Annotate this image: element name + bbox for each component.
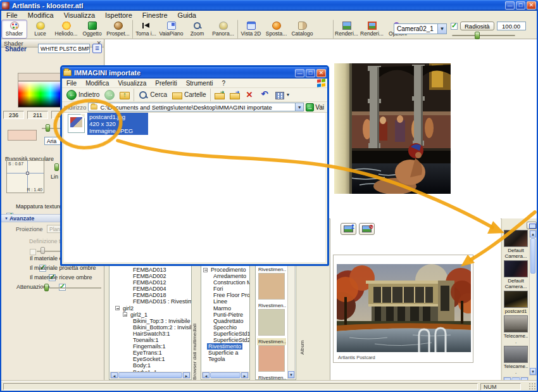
toolbar-button[interactable]: Torna i... — [132, 20, 158, 39]
tree-item[interactable]: Fori — [202, 286, 249, 292]
tree-item[interactable]: Quadrettato — [202, 318, 249, 324]
toolbar-button[interactable]: Panora... — [210, 20, 236, 39]
expand-icon[interactable] — [203, 268, 208, 272]
close-button[interactable] — [316, 69, 326, 77]
tree-item[interactable]: Toenails:1 — [110, 337, 191, 343]
explorer-toolbar-button[interactable]: ▼ — [273, 89, 293, 101]
rgb-green-field[interactable]: 211 — [27, 111, 48, 119]
toolbar-button[interactable]: Vista 2D — [237, 20, 263, 39]
explorer-toolbar-button[interactable]: ▼ — [210, 89, 227, 101]
tree-item[interactable]: Procedimento — [202, 267, 249, 273]
camera-thumbnail[interactable] — [504, 346, 528, 363]
texture-item[interactable]: Rivestimen... — [257, 266, 287, 300]
close-button[interactable] — [527, 1, 536, 9]
tree-item[interactable]: Punti-Pietre — [202, 312, 249, 318]
explorer-toolbar-button[interactable]: ▼ — [242, 89, 258, 101]
menu-item[interactable]: File — [1, 11, 23, 19]
shader-slider-thumb[interactable] — [46, 124, 50, 132]
menu-item[interactable]: Visualizza — [59, 11, 100, 19]
radiosity-button[interactable]: Radiosità — [460, 22, 494, 30]
toolbar-button[interactable]: Renderi... — [359, 20, 385, 39]
camera-item[interactable]: Default Camera... — [503, 230, 529, 259]
toolbar-button[interactable]: Zoom — [184, 20, 210, 39]
explorer-toolbar-button[interactable]: Cerca ▼ — [134, 89, 170, 101]
toolbar-button[interactable]: Luce — [27, 20, 53, 39]
tree-item[interactable]: Bikini_Bottom:2 : Invisibile — [110, 324, 191, 331]
tree-item[interactable]: Rivestimento — [202, 343, 249, 350]
toolbar-button[interactable]: Shader — [1, 20, 27, 39]
postcard-preview-card[interactable]: Artlantis Postcard — [333, 255, 473, 363]
texture-swatch[interactable] — [258, 309, 285, 336]
scroll-up-icon[interactable]: ▴ — [530, 231, 536, 237]
slider-thumb[interactable] — [475, 32, 480, 39]
tree-item[interactable]: girl2 — [110, 305, 191, 312]
tree-item[interactable]: Construction Materi — [202, 279, 249, 286]
menu-item[interactable]: ? — [217, 80, 230, 87]
tree-item[interactable]: Marmo — [202, 305, 249, 312]
tree-item[interactable]: Body:1 — [110, 362, 191, 369]
menu-item[interactable]: Guida — [173, 11, 201, 19]
chevron-down-icon[interactable]: ▼ — [437, 24, 446, 34]
app-titlebar[interactable]: Artlantis - klooster.atl — [0, 0, 538, 11]
toolbar-button[interactable]: Prospet... — [105, 20, 131, 39]
vertical-scrollbar[interactable]: ▴▾ — [529, 230, 537, 376]
menu-item[interactable]: Modifica — [23, 11, 59, 19]
lin-slider-thumb[interactable] — [54, 163, 59, 171]
tree-item[interactable]: FEMBAD004 — [110, 286, 191, 292]
scroll-right-icon[interactable]: ▸ — [241, 372, 248, 378]
horizontal-scrollbar[interactable]: ◂▸ — [110, 372, 191, 379]
camera-select[interactable]: Camera02_1 ▼ — [394, 23, 447, 34]
remove-image-button[interactable]: ⊘ — [359, 223, 375, 235]
graph-handle[interactable] — [26, 172, 29, 175]
explorer-titlebar[interactable]: IMMAGINI importate — [62, 67, 327, 79]
chevron-down-icon[interactable]: ▼ — [295, 103, 303, 111]
tree-item[interactable]: FEMBAD018 — [110, 292, 191, 298]
shader-list-button[interactable]: ≣ — [92, 44, 102, 53]
camera-item[interactable]: Telecame... — [503, 315, 529, 345]
resize-grip[interactable] — [529, 383, 536, 390]
explorer-toolbar-button[interactable]: ▼ — [102, 89, 117, 101]
maximize-button[interactable] — [516, 1, 525, 9]
tree-item[interactable]: FEMBAD012 — [110, 279, 191, 286]
current-color-swatch[interactable] — [8, 130, 37, 141]
toolbar-button[interactable]: VaiaPiano — [158, 20, 184, 39]
rgb-red-field[interactable]: 236 — [3, 111, 24, 119]
scroll-down-icon[interactable]: ▾ — [288, 371, 294, 378]
camera-thumbnail[interactable] — [504, 260, 528, 277]
explorer-toolbar-button[interactable]: Cartelle ▼ — [170, 89, 208, 101]
tree-item[interactable]: Specchio — [202, 324, 249, 331]
cloister-render-view[interactable] — [334, 63, 451, 194]
toolbar-button[interactable]: Oggetto — [79, 20, 105, 39]
tree-item[interactable]: Superficie a — [202, 350, 249, 356]
menu-item[interactable]: File — [62, 80, 81, 87]
scroll-right-icon[interactable]: ▸ — [183, 372, 190, 378]
menu-item[interactable]: Finestre — [137, 11, 173, 19]
tree-item[interactable]: Linee — [202, 298, 249, 305]
minimize-button[interactable] — [505, 1, 515, 9]
expand-icon[interactable] — [123, 312, 127, 317]
attenuation-slider-thumb[interactable] — [44, 284, 49, 291]
explorer-toolbar-button[interactable]: ▼ — [227, 89, 242, 101]
camera-item[interactable]: Default Camera... — [503, 260, 529, 289]
camera-item[interactable]: Telecame... — [503, 346, 529, 375]
tree-item[interactable]: FEMBAD002 — [110, 273, 191, 279]
radiosity-slider[interactable] — [451, 32, 532, 39]
radiosity-value-field[interactable]: 100.00 — [497, 22, 526, 30]
tree-item[interactable]: Arredamento — [202, 273, 249, 279]
tree-item[interactable]: SuperficieStd2 — [202, 337, 249, 343]
texture-swatch[interactable] — [258, 273, 285, 300]
camera-thumbnail[interactable] — [504, 230, 528, 247]
texture-item[interactable]: Rivestimen... — [257, 302, 287, 336]
menu-item[interactable]: Visualizza — [113, 80, 151, 87]
explorer-toolbar-button[interactable]: ▼ — [117, 89, 132, 101]
toolbar-button[interactable]: Catalogo — [289, 20, 315, 39]
file-item-postcard1[interactable]: postcard1.jpg 420 x 320 Immagine JPEG — [68, 113, 148, 135]
tree-item[interactable]: Free Floor Pro sha — [202, 292, 249, 298]
texture-definition-slider-thumb[interactable] — [41, 247, 45, 254]
scroll-left-icon[interactable]: ◂ — [111, 372, 118, 378]
address-input[interactable]: C:\Documents and Settings\utente\Desktop… — [88, 103, 304, 111]
panel-toggle-button[interactable] — [527, 222, 537, 229]
tree-item[interactable]: girl2_1 — [110, 312, 191, 318]
explorer-toolbar-button[interactable]: ▼ — [258, 89, 273, 101]
scroll-left-icon[interactable]: ◂ — [203, 372, 210, 378]
